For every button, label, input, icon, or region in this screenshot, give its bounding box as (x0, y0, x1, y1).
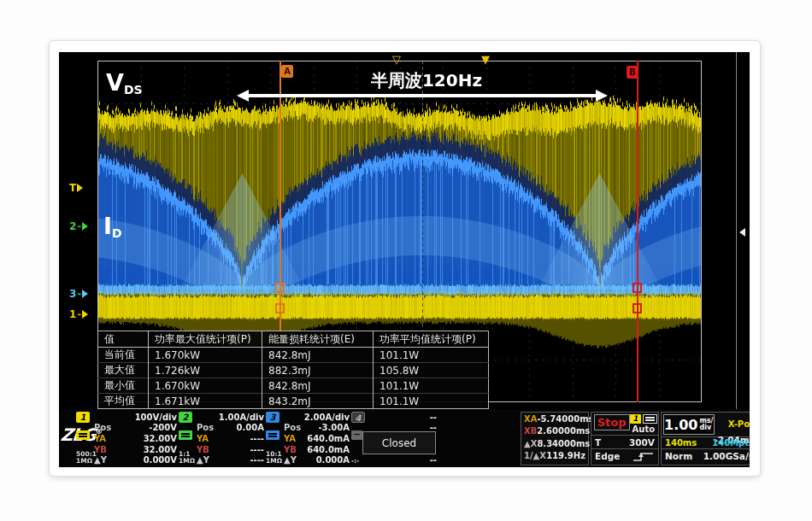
cursor-a-ya-square[interactable] (275, 283, 285, 293)
channel3-yb-value: 640.0mA (297, 445, 350, 454)
channel2-marker-arrow-icon (82, 222, 88, 231)
table-header-power-avg: 功率平均值统计项(P) (374, 331, 489, 348)
vds-label-sub: DS (124, 83, 143, 97)
yb-label: YB (197, 445, 209, 454)
status-bar: ZLG® 1 500:1 1MΩ 100V/div Pos-200V YA32.… (59, 409, 750, 467)
yb-label: YB (94, 445, 107, 454)
channel1-badge[interactable]: 1 (76, 412, 90, 423)
channel2-probe-ratio: 1:1 1MΩ (179, 451, 195, 465)
table-cell: 882.3mJ (262, 363, 374, 378)
channel2-delta-y-value: ---- (209, 455, 264, 465)
rising-edge-icon (633, 451, 655, 462)
ya-label: YA (94, 434, 106, 443)
channel3-ya-value: 640.0mA (296, 434, 350, 443)
table-row-max: 最大值 1.726kW 882.3mJ 105.8W (98, 363, 489, 378)
channel1-marker-arrow-icon (82, 310, 88, 319)
channel1-marker-label: 1 (69, 308, 76, 320)
channel1-delta-y-value: 0.000V (107, 455, 177, 465)
channel4-scale: -- (369, 413, 437, 422)
trigger-level-value: 300V (629, 437, 655, 448)
table-cell: 当前值 (98, 348, 149, 363)
x-cursor-panel[interactable]: XA-5.74000ms XB2.60000ms ▲X8.34000ms 1/▲… (521, 412, 589, 465)
table-cell: 最大值 (98, 363, 149, 378)
table-row-avg: 平均值 1.671kW 843.2mJ 101.1W (98, 394, 489, 409)
trigger-panel[interactable]: Stop 1 Auto T300V Edge (591, 412, 659, 465)
delta-y-label: ▲Y (94, 455, 107, 465)
channel2-coupling-glyph: ⌁ (77, 222, 80, 231)
timebase-scale-box[interactable]: 1.00 ms/div (663, 414, 715, 435)
cursor-b-ya-square[interactable] (633, 283, 642, 293)
delta-y-label: ▲Y (197, 455, 209, 465)
side-menu-strip[interactable] (736, 52, 750, 467)
page-background: T 2 ⌁ 3 ⌁ 1 ⌁ VDS ID (0, 0, 812, 521)
table-cell: 平均值 (98, 394, 149, 409)
trigger-mode: Auto (633, 424, 656, 434)
yb-label: YB (284, 445, 297, 454)
trigger-source-badge: 1 (630, 414, 641, 424)
trigger-position-marker-icon[interactable]: ▼ (481, 54, 490, 65)
channel1-ground-marker[interactable]: 1 ⌁ (69, 307, 98, 321)
xb-label: XB (524, 426, 537, 436)
table-cell: 842.8mJ (262, 348, 374, 363)
cursor-a-yb-square[interactable] (275, 303, 285, 313)
delay-position-marker-icon[interactable]: ▽ (392, 54, 401, 65)
channel2-status-block[interactable]: 2 1:1 1MΩ 1.00A/div Pos0.00A YA---- YB--… (179, 412, 264, 465)
trigger-type-label: Edge (595, 451, 620, 461)
channel3-status-block[interactable]: 3 10:1 1MΩ 2.00A/div Pos-3.00A YA640.0mA… (266, 412, 350, 465)
channel3-marker-arrow-icon (82, 290, 88, 298)
channel1-yb-value: 32.00V (107, 445, 177, 454)
channel3-ground-marker[interactable]: 3 ⌁ (69, 287, 98, 301)
delta-x-value: 8.34000ms (537, 439, 590, 448)
id-label-main: I (103, 213, 112, 239)
channel2-coupling-icon (179, 430, 192, 440)
trigger-level-marker[interactable]: T (69, 181, 98, 195)
table-header-row: 值 功率最大值统计项(P) 能量损耗统计项(E) 功率平均值统计项(P) (98, 331, 489, 348)
table-cell: 1.671kW (149, 394, 262, 409)
channel4-off-icon: − (351, 430, 362, 440)
timebase-unit-bottom: div (699, 424, 711, 431)
acquisition-mode: Norm (665, 451, 692, 461)
arrowhead-right-icon (596, 90, 608, 102)
table-cell: 101.1W (374, 394, 489, 409)
table-cell: 101.1W (374, 378, 489, 394)
cursor-a-badge[interactable]: A (281, 65, 293, 78)
menu-expand-arrow-icon[interactable] (739, 228, 745, 237)
xa-label: XA (524, 414, 537, 424)
measurement-table: 值 功率最大值统计项(P) 能量损耗统计项(E) 功率平均值统计项(P) 当前值… (97, 331, 489, 409)
channel4-badge[interactable]: 4 (351, 412, 365, 423)
delta-y-label: ▲Y (284, 455, 297, 465)
cursor-b-line[interactable] (637, 61, 638, 402)
cursor-b-yb-square[interactable] (633, 303, 642, 313)
channel1-scale: 100V/div (94, 413, 177, 422)
channel3-badge[interactable]: 3 (266, 412, 279, 423)
channel4-closed-box[interactable]: Closed (362, 431, 436, 454)
inverse-delta-x-value: 119.9Hz (546, 451, 585, 460)
pos-label: Pos (197, 423, 214, 432)
id-label-sub: D (112, 226, 122, 240)
channel3-position: -3.00A (301, 423, 350, 432)
channel2-ground-marker[interactable]: 2 ⌁ (69, 220, 98, 233)
table-header-power-max: 功率最大值统计项(P) (149, 331, 262, 348)
xb-value: 2.60000ms (537, 426, 590, 436)
half-period-label: 半周波120Hz (324, 69, 529, 92)
channel2-yb-value: ---- (209, 445, 264, 454)
cursor-b-badge[interactable]: B (627, 66, 638, 79)
channel3-scale: 2.00A/div (284, 413, 350, 422)
timebase-panel[interactable]: 1.00 ms/div X-Pos -2.04ms 140ms 140Mpts (661, 412, 750, 465)
channel3-coupling-icon (266, 430, 279, 440)
channel4-probe-ratio: -:- (351, 458, 359, 465)
delta-x-label: ▲X (524, 439, 537, 448)
table-cell: 843.2mJ (262, 394, 374, 409)
oscilloscope-screen: T 2 ⌁ 3 ⌁ 1 ⌁ VDS ID (59, 52, 750, 467)
channel1-status-block[interactable]: 1 500:1 1MΩ 100V/div Pos-200V YA32.00V Y… (76, 412, 177, 465)
channel2-badge[interactable]: 2 (179, 412, 192, 423)
table-cell: 101.1W (374, 348, 489, 363)
channel2-scale: 1.00A/div (197, 413, 264, 422)
ya-label: YA (197, 434, 209, 443)
pos-label: Pos (284, 423, 301, 432)
table-cell: 1.726kW (149, 363, 262, 378)
xa-value: -5.74000ms (537, 414, 593, 424)
trigger-marker-label: T (69, 182, 76, 194)
run-state-indicator[interactable]: Stop (594, 414, 630, 430)
channel4-status-block[interactable]: 4 − -:- -- -- -- Closed (351, 412, 437, 465)
